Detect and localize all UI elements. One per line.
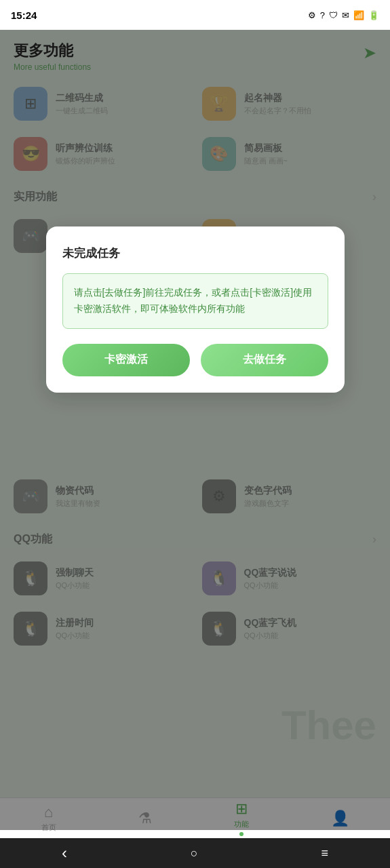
task-button[interactable]: 去做任务 xyxy=(201,344,328,376)
signal-icon: 📶 xyxy=(353,10,364,20)
dialog-message-box: 请点击[去做任务]前往完成任务，或者点击[卡密激活]使用卡密激活软件，即可体验软… xyxy=(62,273,328,329)
question-icon: ? xyxy=(320,10,325,20)
battery-icon: 🔋 xyxy=(368,10,379,20)
dialog: 未完成任务 请点击[去做任务]前往完成任务，或者点击[卡密激活]使用卡密激活软件… xyxy=(46,226,345,393)
status-bar: 15:24 ⚙ ? 🛡 ✉ 📶 🔋 xyxy=(0,0,390,30)
home-button[interactable]: ○ xyxy=(191,846,198,861)
main-content: 更多功能 More useful functions ➤ ⊞ 二维码生成 一键生… xyxy=(0,30,390,830)
system-nav: ‹ ○ ≡ xyxy=(0,838,390,868)
func-nav-dot xyxy=(239,832,243,836)
back-button[interactable]: ‹ xyxy=(62,844,67,863)
mail-icon: ✉ xyxy=(342,10,349,20)
dialog-buttons: 卡密激活 去做任务 xyxy=(62,344,328,376)
activate-button[interactable]: 卡密激活 xyxy=(62,344,190,376)
settings-icon: ⚙ xyxy=(308,10,316,20)
shield-icon: 🛡 xyxy=(329,10,338,20)
dialog-message: 请点击[去做任务]前往完成任务，或者点击[卡密激活]使用卡密激活软件，即可体验软… xyxy=(74,285,317,317)
menu-button[interactable]: ≡ xyxy=(321,846,329,861)
status-icons: ⚙ ? 🛡 ✉ 📶 🔋 xyxy=(308,10,379,20)
dialog-title: 未完成任务 xyxy=(62,245,328,261)
modal-overlay[interactable] xyxy=(0,30,390,830)
status-time: 15:24 xyxy=(11,9,37,21)
